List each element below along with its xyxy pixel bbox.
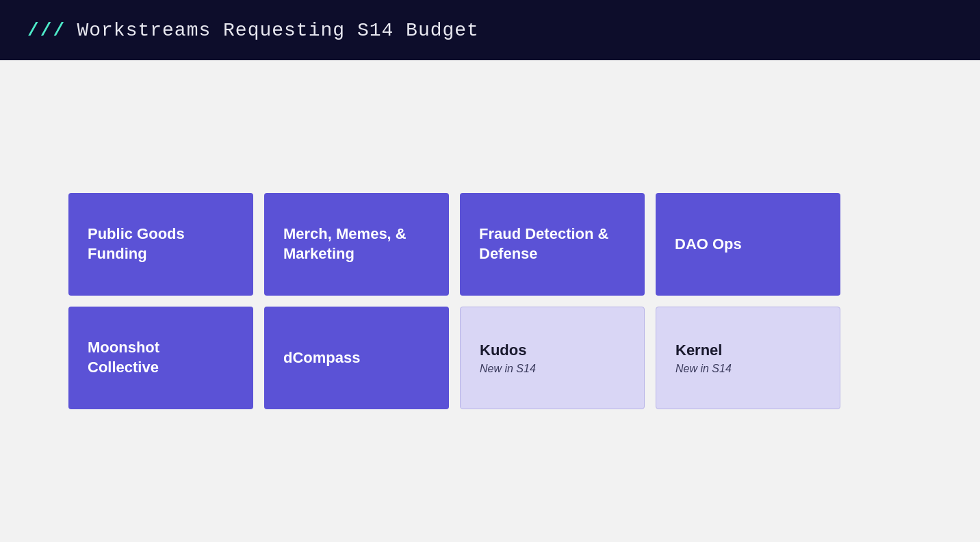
card-title-merch-memes-marketing: Merch, Memes, & Marketing (283, 224, 430, 263)
header-slash: /// (27, 20, 66, 41)
card-title-moonshot-collective: Moonshot Collective (88, 338, 234, 377)
card-title-kernel: Kernel (675, 341, 821, 361)
card-title-public-goods-funding: Public Goods Funding (88, 224, 234, 263)
card-title-dcompass: dCompass (283, 348, 430, 368)
card-title-kudos: Kudos (480, 341, 625, 361)
card-moonshot-collective[interactable]: Moonshot Collective (68, 307, 253, 409)
card-title-fraud-detection-defense: Fraud Detection & Defense (479, 224, 626, 263)
card-subtitle-kernel: New in S14 (675, 363, 821, 375)
card-dcompass[interactable]: dCompass (264, 307, 449, 409)
card-kernel[interactable]: KernelNew in S14 (656, 307, 840, 409)
card-kudos[interactable]: KudosNew in S14 (460, 307, 645, 409)
card-subtitle-kudos: New in S14 (480, 363, 625, 375)
workstreams-grid: Public Goods FundingMerch, Memes, & Mark… (68, 193, 840, 409)
card-public-goods-funding[interactable]: Public Goods Funding (68, 193, 253, 296)
card-merch-memes-marketing[interactable]: Merch, Memes, & Marketing (264, 193, 449, 296)
card-fraud-detection-defense[interactable]: Fraud Detection & Defense (460, 193, 645, 296)
header-title: Workstreams Requesting S14 Budget (77, 20, 479, 41)
card-dao-ops[interactable]: DAO Ops (656, 193, 840, 296)
main-content: Public Goods FundingMerch, Memes, & Mark… (0, 60, 980, 542)
page-header: /// Workstreams Requesting S14 Budget (0, 0, 980, 60)
card-title-dao-ops: DAO Ops (675, 235, 821, 255)
